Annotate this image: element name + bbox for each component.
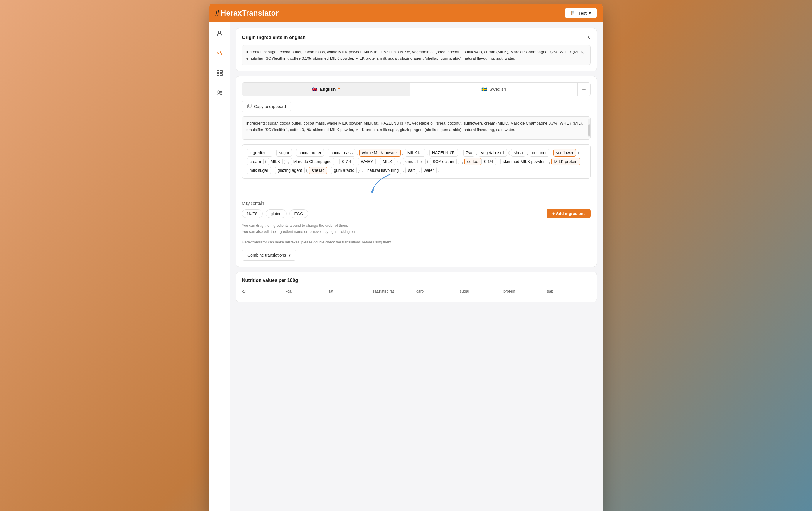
sep: ) [396, 159, 399, 165]
token-glazing-agent[interactable]: glazing agent [275, 167, 305, 174]
sep: – [459, 150, 463, 155]
token-marc-de-champagne[interactable]: Marc de Champagne [291, 158, 335, 165]
token-vegetable-oil[interactable]: vegetable oil [478, 149, 507, 157]
token-milk-fat[interactable]: MILK fat [405, 149, 425, 157]
sep: , [399, 159, 402, 165]
svg-point-5 [218, 91, 220, 93]
tab-swedish[interactable]: 🇸🇪 Swedish [410, 83, 578, 95]
copy-to-clipboard-button[interactable]: Copy to clipboard [242, 101, 291, 112]
sep: : [273, 150, 276, 155]
add-ingredient-button[interactable]: + Add ingredient [547, 208, 591, 219]
svg-point-0 [219, 31, 221, 33]
token-cocoa-butter[interactable]: cocoa butter [296, 149, 324, 157]
nutrition-col-carb: carb [416, 287, 460, 296]
token-coffee[interactable]: coffee [464, 158, 481, 165]
nutrition-card: Nutrition values per 100g kJ kcal fat sa… [236, 272, 597, 302]
english-flag: 🇬🇧 [312, 87, 317, 92]
token-whey[interactable]: WHEY [358, 158, 376, 165]
nutrition-col-protein: protein [503, 287, 547, 296]
token-hazelnuts[interactable]: HAZELNUTs [430, 149, 458, 157]
nutrition-headers: kJ kcal fat saturated fat carb sugar pro… [242, 287, 591, 296]
token-water[interactable]: water [421, 167, 437, 174]
token-milk1[interactable]: MILK [268, 158, 283, 165]
plus-icon: + [582, 85, 586, 93]
token-shea[interactable]: shea [511, 149, 525, 157]
token-emulsifier[interactable]: emulsifier [403, 158, 426, 165]
token-cocoa-mass[interactable]: cocoa mass [328, 149, 355, 157]
nutrition-col-fat: fat [329, 287, 373, 296]
sep: ( [426, 159, 430, 165]
may-contain-section: May contain NUTS gluten EGG + Add ingred… [242, 201, 591, 219]
sep: , [287, 159, 290, 165]
clipboard-icon [247, 104, 252, 109]
token-natural-flavouring[interactable]: natural flavouring [365, 167, 401, 174]
sep: , [292, 150, 295, 155]
copy-label: Copy to clipboard [254, 104, 286, 109]
required-marker: * [338, 86, 340, 92]
origin-card: Origin ingredients in english ∧ ingredie… [236, 28, 597, 72]
sep: ( [264, 159, 267, 165]
translate-icon [216, 50, 223, 58]
hint-line2: You can also edit the ingredient name or… [242, 229, 591, 235]
sep: . [437, 167, 440, 173]
token-milk-protein[interactable]: MILK protein [551, 158, 580, 165]
allergen-egg[interactable]: EGG [289, 209, 308, 218]
sep: ) [577, 150, 580, 155]
token-coconut[interactable]: coconut [530, 149, 549, 157]
sep: , [461, 159, 464, 165]
allergen-nuts[interactable]: NUTS [242, 209, 263, 218]
token-soylecithin[interactable]: SOYlecithin [430, 158, 457, 165]
sep: , [550, 150, 553, 155]
nutrition-title: Nutrition values per 100g [242, 278, 591, 283]
token-sugar[interactable]: sugar [276, 149, 292, 157]
scrollbar-track[interactable] [588, 119, 590, 137]
token-01percent[interactable]: 0,1% [482, 158, 496, 165]
hint-section: You can drag the ingredients around to c… [242, 223, 591, 235]
translated-text-wrapper: ingredients: sugar, cocoa butter, cocoa … [242, 116, 591, 140]
swedish-label: Swedish [489, 87, 506, 92]
tab-english[interactable]: 🇬🇧 English * [242, 83, 410, 96]
svg-rect-2 [220, 70, 222, 73]
nutrition-col-satfat: saturated fat [373, 287, 416, 296]
sep: , [324, 150, 327, 155]
test-button[interactable]: 📋 Test ▾ [565, 8, 597, 18]
app-logo: # HeraxTranslator [215, 8, 279, 18]
nutrition-col-kcal: kcal [286, 287, 329, 296]
scrollbar-thumb[interactable] [588, 124, 590, 136]
test-label: Test [578, 10, 586, 16]
token-ingredients[interactable]: ingredients [247, 149, 272, 157]
allergen-gluten[interactable]: gluten [266, 209, 287, 218]
token-skimmed-milk-powder[interactable]: skimmed MILK powder [500, 158, 547, 165]
arrow-spacer [242, 183, 591, 201]
token-whole-milk-powder[interactable]: whole MILK powder [359, 149, 401, 157]
token-milk-sugar[interactable]: milk sugar [247, 167, 271, 174]
token-07percent[interactable]: 0,7% [339, 158, 354, 165]
sidebar-item-users[interactable] [214, 88, 226, 100]
add-language-button[interactable]: + [577, 83, 590, 96]
chevron-down-icon: ▾ [589, 10, 591, 16]
test-icon: 📋 [571, 10, 576, 16]
users-icon [216, 90, 223, 98]
sep: , [497, 159, 500, 165]
combine-translations-button[interactable]: Combine translations ▾ [242, 250, 296, 261]
token-sunflower[interactable]: sunflower [553, 149, 576, 157]
token-shellac[interactable]: shellac [309, 167, 327, 174]
sep: ) [457, 159, 461, 165]
sidebar-item-translate[interactable] [214, 48, 226, 60]
translation-card: 🇬🇧 English * 🇸🇪 Swedish + [236, 76, 597, 267]
sep: ( [508, 150, 511, 155]
collapse-icon[interactable]: ∧ [587, 34, 591, 41]
token-7percent[interactable]: 7% [463, 149, 474, 157]
top-bar: # HeraxTranslator 📋 Test ▾ [209, 3, 603, 22]
add-ingredient-label: + Add ingredient [552, 211, 585, 216]
token-milk2[interactable]: MILK [380, 158, 395, 165]
token-cream[interactable]: cream [247, 158, 264, 165]
token-gum-arabic[interactable]: gum arabic [331, 167, 357, 174]
token-salt[interactable]: salt [405, 167, 417, 174]
sep: , [356, 150, 359, 155]
sidebar [209, 22, 230, 511]
user-icon [216, 30, 223, 38]
sep: , [401, 150, 404, 155]
sidebar-item-grid[interactable] [214, 68, 226, 80]
sidebar-item-user[interactable] [214, 28, 226, 40]
